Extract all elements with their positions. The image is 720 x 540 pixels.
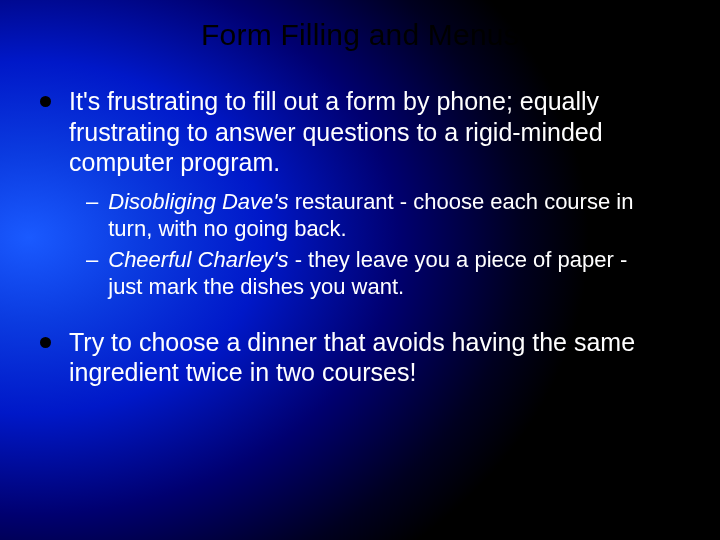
- restaurant-name: Cheerful Charley's: [108, 247, 288, 272]
- slide: Form Filling and Menus It's frustrating …: [0, 0, 720, 540]
- bullet-text: Try to choose a dinner that avoids havin…: [69, 327, 659, 388]
- sub-bullet-item: – Disobliging Dave's restaurant - choose…: [86, 188, 684, 243]
- restaurant-name: Disobliging Dave's: [108, 189, 288, 214]
- bullet-item: Try to choose a dinner that avoids havin…: [40, 327, 684, 388]
- bullet-item: It's frustrating to fill out a form by p…: [40, 86, 684, 178]
- sub-bullet-text: Cheerful Charley's - they leave you a pi…: [108, 246, 648, 301]
- dash-icon: –: [86, 246, 98, 274]
- slide-title: Form Filling and Menus: [36, 18, 684, 52]
- sub-bullet-text: Disobliging Dave's restaurant - choose e…: [108, 188, 648, 243]
- slide-body: It's frustrating to fill out a form by p…: [36, 86, 684, 388]
- bullet-icon: [40, 337, 51, 348]
- sub-bullet-item: – Cheerful Charley's - they leave you a …: [86, 246, 684, 301]
- dash-icon: –: [86, 188, 98, 216]
- bullet-icon: [40, 96, 51, 107]
- bullet-text: It's frustrating to fill out a form by p…: [69, 86, 659, 178]
- sub-bullet-group: – Disobliging Dave's restaurant - choose…: [86, 188, 684, 301]
